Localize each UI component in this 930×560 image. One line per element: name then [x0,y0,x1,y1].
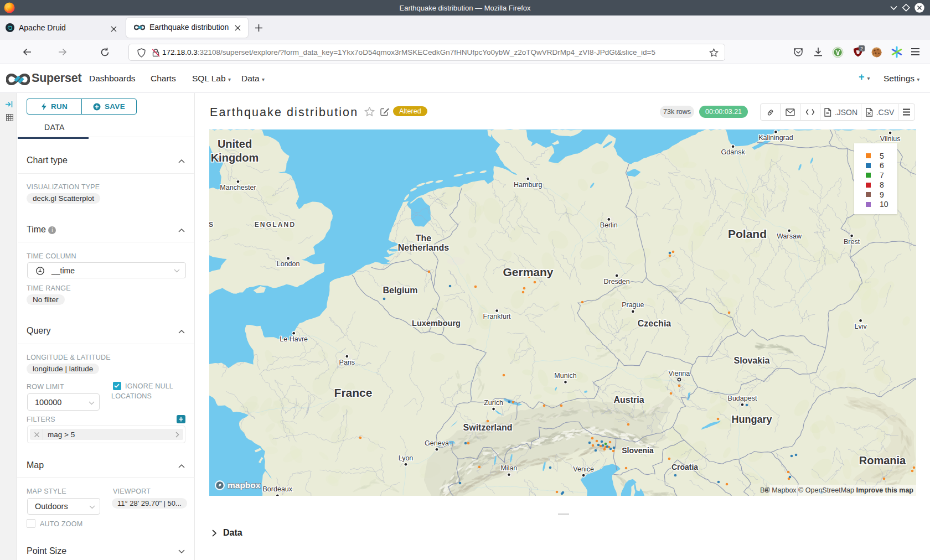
svg-text:Switzerland: Switzerland [463,423,513,432]
svg-text:Kaliningrad: Kaliningrad [758,134,793,142]
svg-text:Croatia: Croatia [671,463,698,471]
svg-text:Romania: Romania [859,454,906,466]
svg-text:Hamburg: Hamburg [514,181,542,189]
svg-text:Warsaw: Warsaw [777,232,802,240]
svg-text:Lyon: Lyon [399,454,414,462]
svg-text:Milan: Milan [500,464,517,472]
svg-text:Slovakia: Slovakia [734,356,770,365]
svg-text:Slovenia: Slovenia [622,446,654,455]
svg-text:Zurich: Zurich [484,399,503,407]
svg-text:Czechia: Czechia [638,319,671,328]
svg-text:Gdansk: Gdansk [721,148,746,156]
svg-text:Austria: Austria [613,395,644,405]
svg-text:Frankfurt: Frankfurt [483,313,512,320]
svg-text:Manchester: Manchester [220,184,256,191]
svg-text:© Mapbox © OpenStreetMap Impro: © Mapbox © OpenStreetMap Improve this ma… [764,486,913,494]
svg-text:mapbox: mapbox [228,480,261,490]
svg-text:United: United [218,138,252,150]
svg-text:Vienna: Vienna [669,370,690,377]
svg-text:Brest: Brest [844,238,860,246]
svg-text:Dresden: Dresden [603,278,629,286]
svg-text:Luxembourg: Luxembourg [412,319,461,328]
svg-text:Kingdom: Kingdom [211,152,259,164]
svg-text:Belgium: Belgium [383,286,417,295]
svg-text:London: London [277,260,300,268]
svg-text:ES: ES [209,221,214,229]
svg-text:Geneva: Geneva [425,439,449,447]
svg-text:Prague: Prague [622,301,644,309]
svg-text:The: The [416,234,432,243]
svg-text:2: 2 [860,46,863,51]
svg-text:France: France [334,386,373,399]
svg-text:Venice: Venice [573,465,594,473]
svg-text:Poland: Poland [728,227,767,240]
svg-text:Budapest: Budapest [728,395,757,402]
svg-text:Le Havre: Le Havre [280,335,308,343]
svg-text:Paris: Paris [339,359,355,366]
svg-text:Germany: Germany [503,266,553,278]
svg-text:Hungary: Hungary [731,414,772,425]
svg-text:Berlin: Berlin [600,221,618,229]
svg-text:ENGLAND: ENGLAND [255,221,296,229]
svg-text:Vilnius: Vilnius [880,135,901,143]
svg-text:Lviv: Lviv [854,323,867,330]
svg-text:Bordeaux: Bordeaux [263,485,293,493]
svg-text:Munich: Munich [554,372,576,380]
svg-text:Netherlands: Netherlands [398,243,450,252]
